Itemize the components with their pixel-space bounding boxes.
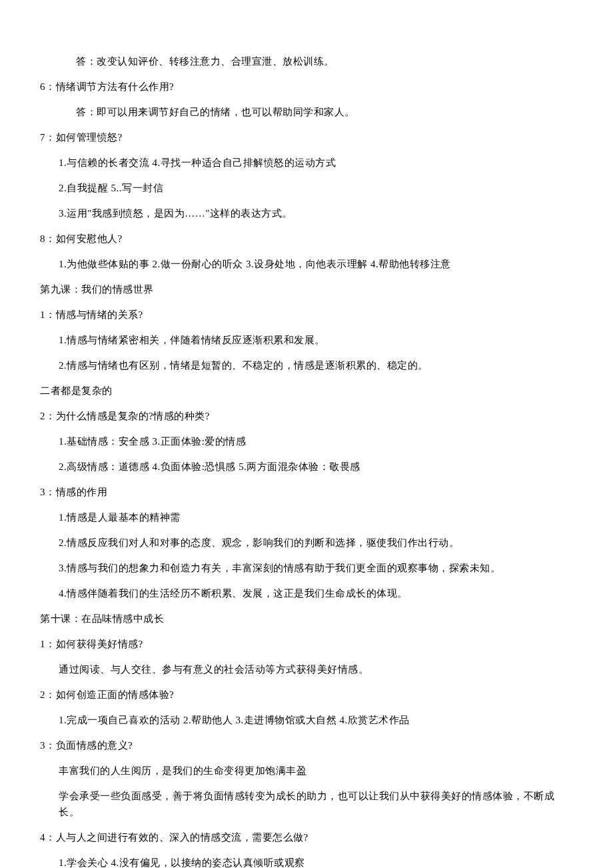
text-line: 2：如何创造正面的情感体验? bbox=[40, 687, 573, 703]
text-line: 1.情感是人最基本的精神需 bbox=[40, 509, 573, 525]
text-line: 1.基础情感：安全感 3.正面体验:爱的情感 bbox=[40, 433, 573, 449]
text-line: 1：情感与情绪的关系? bbox=[40, 307, 573, 323]
text-line: 2.自我提醒 5..写一封信 bbox=[40, 180, 573, 196]
text-line: 通过阅读、与人交往、参与有意义的社会活动等方式获得美好情感。 bbox=[40, 661, 573, 677]
text-line: 4.情感伴随着我们的生活经历不断积累、发展，这正是我们生命成长的体现。 bbox=[40, 585, 573, 601]
text-line: 答：即可以用来调节好自己的情绪，也可以帮助同学和家人。 bbox=[40, 104, 573, 120]
text-line: 学会承受一些负面感受，善于将负面情感转变为成长的助力，也可以让我们从中获得美好的… bbox=[40, 788, 573, 820]
text-line: 3.运用"我感到愤怒，是因为……"这样的表达方式。 bbox=[40, 205, 573, 221]
text-line: 答：改变认知评价、转移注意力、合理宣泄、放松训练。 bbox=[40, 53, 573, 69]
text-line: 8：如何安慰他人? bbox=[40, 231, 573, 247]
text-line: 1.为他做些体贴的事 2.做一份耐心的听众 3.设身处地，向他表示理解 4.帮助… bbox=[40, 256, 573, 272]
text-line: 1.学会关心 4.没有偏见，以接纳的姿态认真倾听或观察 bbox=[40, 855, 573, 868]
text-line: 第九课：我们的情感世界 bbox=[40, 281, 573, 297]
text-line: 1.情感与情绪紧密相关，伴随着情绪反应逐渐积累和发展。 bbox=[40, 332, 573, 348]
text-line: 2.情感与情绪也有区别，情绪是短暂的、不稳定的，情感是逐渐积累的、稳定的。 bbox=[40, 357, 573, 373]
text-line: 第十课：在品味情感中成长 bbox=[40, 611, 573, 627]
text-line: 2：为什么情感是复杂的?情感的种类? bbox=[40, 408, 573, 424]
text-line: 7：如何管理愤怒? bbox=[40, 129, 573, 145]
text-line: 1.与信赖的长者交流 4.寻找一种适合自己排解愤怒的运动方式 bbox=[40, 155, 573, 171]
text-line: 3：负面情感的意义? bbox=[40, 737, 573, 753]
text-line: 1：如何获得美好情感? bbox=[40, 636, 573, 652]
text-line: 3：情感的作用 bbox=[40, 484, 573, 500]
text-line: 二者都是复杂的 bbox=[40, 383, 573, 399]
text-line: 2.高级情感：道德感 4.负面体验:恐惧感 5.两方面混杂体验：敬畏感 bbox=[40, 459, 573, 475]
text-line: 3.情感与我们的想象力和创造力有关，丰富深刻的情感有助于我们更全面的观察事物，探… bbox=[40, 560, 573, 576]
document-body: 答：改变认知评价、转移注意力、合理宣泄、放松训练。6：情绪调节方法有什么作用?答… bbox=[40, 53, 573, 868]
text-line: 2.情感反应我们对人和对事的态度、观念，影响我们的判断和选择，驱使我们作出行动。 bbox=[40, 535, 573, 551]
text-line: 6：情绪调节方法有什么作用? bbox=[40, 79, 573, 95]
text-line: 丰富我们的人生阅历，是我们的生命变得更加饱满丰盈 bbox=[40, 763, 573, 779]
text-line: 4：人与人之间进行有效的、深入的情感交流，需要怎么做? bbox=[40, 829, 573, 845]
text-line: 1.完成一项自己喜欢的活动 2.帮助他人 3.走进博物馆或大自然 4.欣赏艺术作… bbox=[40, 712, 573, 728]
